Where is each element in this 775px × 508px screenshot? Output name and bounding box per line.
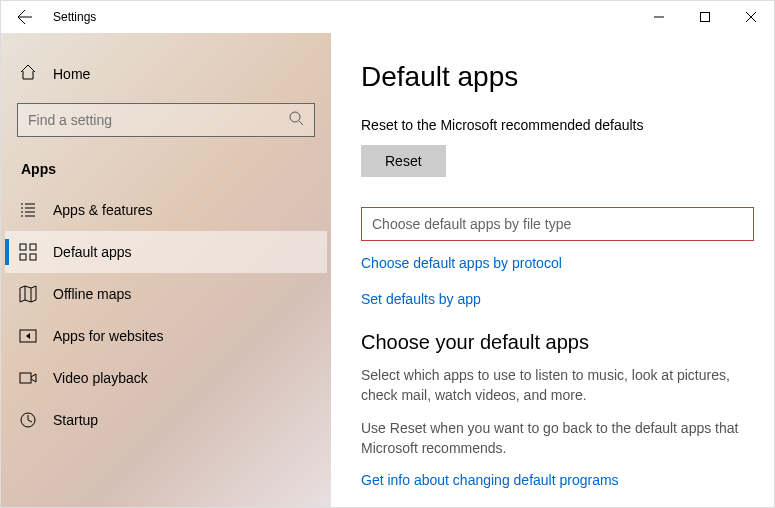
sidebar-item-apps-features[interactable]: Apps & features [5,189,327,231]
sidebar-item-label: Apps for websites [53,328,164,344]
sidebar-item-video-playback[interactable]: Video playback [5,357,327,399]
minimize-button[interactable] [636,1,682,33]
page-title: Default apps [361,61,754,93]
link-protocol[interactable]: Choose default apps by protocol [361,255,754,271]
choose-section-title: Choose your default apps [361,331,754,354]
sidebar-item-label: Default apps [53,244,132,260]
link-byapp[interactable]: Set defaults by app [361,291,754,307]
sidebar-section-header: Apps [5,155,327,189]
svg-rect-9 [20,373,31,383]
sidebar-item-startup[interactable]: Startup [5,399,327,441]
sidebar-item-apps-websites[interactable]: Apps for websites [5,315,327,357]
link-info[interactable]: Get info about changing default programs [361,472,754,488]
svg-rect-4 [20,244,26,250]
search-icon [288,110,304,130]
reset-button[interactable]: Reset [361,145,446,177]
choose-description-2: Use Reset when you want to go back to th… [361,419,754,458]
sidebar-item-label: Video playback [53,370,148,386]
main-content: Default apps Reset to the Microsoft reco… [331,33,774,507]
window-title: Settings [53,10,96,24]
settings-window: Settings Home Apps Apps & features [0,0,775,508]
sidebar-home-label: Home [53,66,90,82]
sidebar: Home Apps Apps & features Default apps O… [1,33,331,507]
map-icon [19,285,37,303]
close-button[interactable] [728,1,774,33]
svg-rect-6 [20,254,26,260]
sidebar-item-label: Apps & features [53,202,153,218]
svg-rect-5 [30,244,36,250]
link-filetype[interactable]: Choose default apps by file type [361,207,754,241]
apps-icon [19,243,37,261]
maximize-button[interactable] [682,1,728,33]
arrow-left-icon [17,9,33,25]
window-body: Home Apps Apps & features Default apps O… [1,33,774,507]
svg-rect-7 [30,254,36,260]
reset-description: Reset to the Microsoft recommended defau… [361,117,754,133]
choose-description-1: Select which apps to use to listen to mu… [361,366,754,405]
svg-point-2 [290,112,300,122]
svg-line-3 [299,121,303,125]
sidebar-home[interactable]: Home [5,53,327,95]
sidebar-item-label: Offline maps [53,286,131,302]
svg-rect-1 [701,13,710,22]
list-icon [19,201,37,219]
website-icon [19,327,37,345]
search-input[interactable] [28,112,288,128]
sidebar-item-default-apps[interactable]: Default apps [5,231,327,273]
search-box[interactable] [17,103,315,137]
titlebar: Settings [1,1,774,33]
back-button[interactable] [9,1,41,33]
home-icon [19,63,37,85]
sidebar-item-label: Startup [53,412,98,428]
window-controls [636,1,774,33]
video-icon [19,369,37,387]
sidebar-item-offline-maps[interactable]: Offline maps [5,273,327,315]
startup-icon [19,411,37,429]
